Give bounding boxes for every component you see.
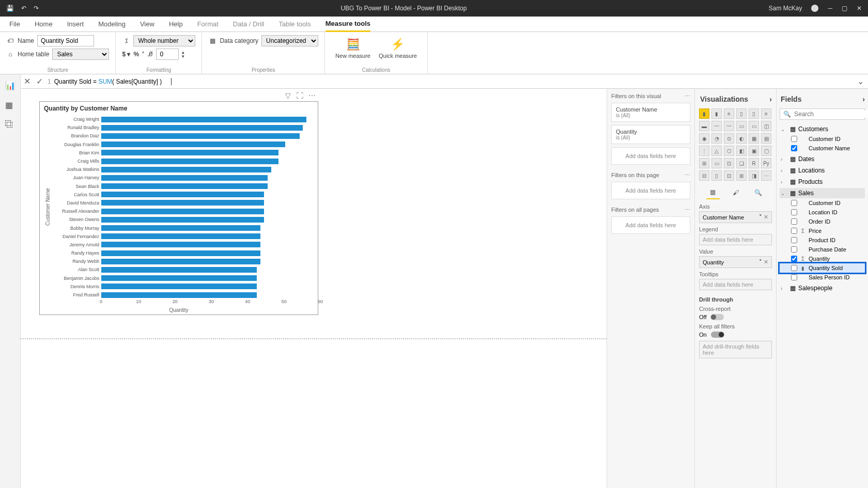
name-input[interactable] [37,35,94,46]
filters-more-icon[interactable]: ⋯ [685,93,690,100]
focus-icon[interactable]: ⛶ [296,91,303,100]
tooltips-well[interactable]: Add data fields here [699,279,772,290]
viz-type-icon[interactable]: ▭ [711,158,722,168]
remove-icon[interactable]: ✕ [764,214,768,220]
user-name[interactable]: Sam McKay [769,5,802,12]
viz-type-icon[interactable]: 〰 [724,121,734,131]
avatar[interactable] [811,5,818,12]
percent-button[interactable]: % [133,51,139,58]
viz-type-icon[interactable]: 〰 [711,121,722,131]
more-icon[interactable]: ⋯ [308,91,316,100]
viz-type-icon[interactable]: R [749,158,759,168]
viz-type-icon[interactable]: ▮ [699,108,709,119]
bar[interactable] [101,117,306,122]
viz-type-icon[interactable]: ◐ [736,133,747,144]
field-checkbox[interactable] [791,218,797,225]
formula-expand[interactable]: ⌄ [853,76,868,86]
field-item[interactable]: Location ID [780,208,865,217]
bar[interactable] [101,250,260,256]
table-header[interactable]: ⌄▦Sales [780,188,865,198]
viz-type-icon[interactable]: ◔ [711,133,722,144]
field-item[interactable]: Customer ID [780,134,865,144]
viz-type-icon[interactable]: ⊞ [699,158,709,168]
redo-icon[interactable]: ↷ [34,5,39,12]
bar[interactable] [101,267,257,273]
undo-icon[interactable]: ↶ [21,5,26,12]
table-header[interactable]: ›▦Products [780,177,865,187]
bar[interactable] [101,175,268,181]
format-select[interactable]: Whole number [133,35,195,46]
tab-insert[interactable]: Insert [67,17,84,31]
field-checkbox[interactable] [791,274,797,280]
viz-type-icon[interactable]: ▭ [736,121,747,131]
fields-search[interactable]: 🔍 [780,108,865,120]
bar[interactable] [101,275,257,281]
filter-drop-area[interactable]: Add data fields here [611,182,690,199]
viz-type-icon[interactable]: ▢ [761,146,771,156]
field-item[interactable]: ΣQuantity [780,254,865,263]
table-header[interactable]: ›▦Dates [780,154,865,164]
field-checkbox[interactable] [791,200,797,206]
spinner-icon[interactable]: ▴▾ [182,50,184,58]
viz-type-icon[interactable]: ⊡ [724,170,734,181]
table-header[interactable]: ›▦Locations [780,165,865,176]
viz-type-icon[interactable]: ⬡ [724,146,734,156]
viz-type-icon[interactable]: ≡ [761,108,771,119]
field-item[interactable]: Customer Name [780,144,865,153]
bar[interactable] [101,284,257,289]
tab-file[interactable]: File [9,17,20,31]
bar[interactable] [101,150,278,155]
viz-type-icon[interactable]: ⊟ [699,170,709,181]
keep-filters-toggle[interactable] [711,332,724,338]
field-item[interactable]: Purchase Date [780,245,865,254]
model-view-icon[interactable]: ⿻ [5,120,16,130]
tab-format[interactable]: Format [197,17,219,31]
value-well[interactable]: Quantity˅ ✕ [699,256,772,268]
bar[interactable] [101,159,278,164]
viz-type-icon[interactable]: ▯ [749,108,759,119]
filter-drop-area[interactable]: Add data fields here [611,216,690,234]
new-measure-button[interactable]: 🧮 New measure [331,34,375,67]
table-header[interactable]: ⌄▦Customers [780,124,865,134]
search-input[interactable] [794,111,868,118]
collapse-icon[interactable]: › [862,95,865,103]
bar[interactable] [101,233,260,239]
bar[interactable] [101,209,264,214]
axis-well[interactable]: Customer Name˅ ✕ [699,211,772,223]
home-table-select[interactable]: Sales [52,49,109,60]
bar[interactable] [101,141,285,147]
cross-report-toggle[interactable] [710,314,724,320]
field-item[interactable]: ΣPrice [780,226,865,235]
viz-type-icon[interactable]: ◨ [749,170,759,181]
viz-type-icon[interactable]: ❏ [736,158,747,168]
viz-type-icon[interactable]: ≡ [724,108,734,119]
formula-commit[interactable]: ✓ [33,76,45,86]
field-item[interactable]: Customer ID [780,198,865,208]
minimize-icon[interactable]: ─ [828,5,832,12]
viz-type-icon[interactable]: ⊙ [724,133,734,144]
field-checkbox[interactable] [791,246,797,253]
viz-type-icon[interactable]: Py [761,158,771,168]
field-item[interactable]: ▮Quantity Sold [780,263,865,273]
tab-home[interactable]: Home [35,17,53,31]
bar[interactable] [101,225,260,231]
formula-cancel[interactable]: ✕ [21,76,33,86]
data-category-select[interactable]: Uncategorized [261,35,318,46]
field-checkbox[interactable] [791,237,797,243]
field-checkbox[interactable] [791,136,797,142]
viz-type-icon[interactable]: ▭ [749,121,759,131]
currency-button[interactable]: $ ▾ [122,51,130,58]
report-canvas[interactable]: ▽ ⛶ ⋯ Quantity by Customer Name Customer… [21,89,607,488]
field-checkbox[interactable] [791,145,797,151]
tab-table-tools[interactable]: Table tools [278,17,311,31]
field-item[interactable]: Sales Person ID [780,273,865,282]
viz-type-icon[interactable]: ⋯ [761,170,771,181]
tab-help[interactable]: Help [169,17,183,31]
filters-more-icon[interactable]: ⋯ [685,207,690,213]
viz-type-icon[interactable]: ◫ [761,121,771,131]
legend-well[interactable]: Add data fields here [699,234,772,245]
remove-icon[interactable]: ✕ [764,259,768,265]
bar[interactable] [101,292,257,298]
report-view-icon[interactable]: 📊 [5,81,16,91]
quick-measure-button[interactable]: ⚡ Quick measure [375,34,421,67]
